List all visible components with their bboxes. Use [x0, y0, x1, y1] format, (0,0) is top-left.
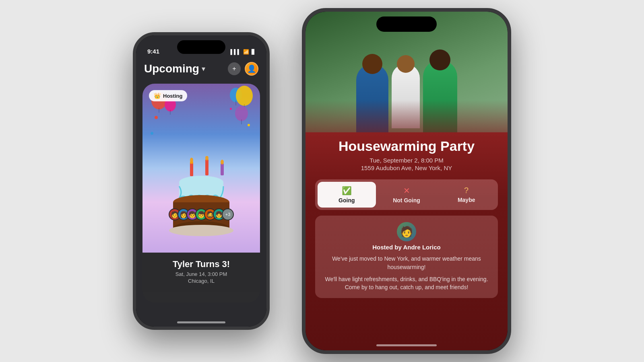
head-1 [362, 54, 382, 74]
status-time-1: 9:41 [147, 48, 159, 55]
svg-point-2 [190, 158, 193, 162]
maybe-icon: ? [464, 186, 469, 195]
phone1-header: Upcoming ▾ + 👤 [136, 57, 266, 80]
confetti-3 [151, 132, 153, 135]
head-2 [397, 55, 415, 73]
hw-event-title: Housewarming Party [315, 139, 498, 154]
event-datetime-1: Sat, June 14, 3:00 PM [149, 271, 254, 277]
host-avatar-emoji: 🧑 [400, 226, 413, 238]
going-icon: ✅ [342, 186, 352, 195]
event-title-1: Tyler Turns 3! [149, 259, 254, 269]
signal-icon: ▌▌▌ [230, 49, 241, 55]
not-going-icon: ✕ [403, 186, 410, 195]
not-going-label: Not Going [393, 197, 420, 204]
not-going-button[interactable]: ✕ Not Going [378, 182, 436, 208]
host-avatar: 🧑 [397, 222, 416, 241]
hw-event-address: 1559 Audubon Ave, New York, NY [315, 165, 498, 171]
rsvp-container: ✅ Going ✕ Not Going ? Maybe [315, 179, 498, 210]
dynamic-island-1 [177, 40, 225, 54]
birthday-cake [161, 156, 242, 245]
hosting-badge: 👑 Hosting [149, 90, 187, 101]
wifi-icon: 📶 [243, 49, 249, 55]
confetti-2 [248, 124, 250, 126]
phone-1-screen: 9:41 ▌▌▌ 📶 ▊ Upcoming ▾ + 👤 [136, 35, 266, 327]
home-bar-1 [177, 321, 225, 323]
profile-icon: 👤 [247, 64, 256, 73]
host-header: 🧑 Hosted by Andre Lorico [322, 222, 491, 251]
event-info-1: Tyler Turns 3! Sat, June 14, 3:00 PM Chi… [142, 253, 260, 292]
maybe-button[interactable]: ? Maybe [437, 182, 495, 208]
svg-point-18 [169, 225, 233, 236]
upcoming-title: Upcoming [144, 62, 199, 75]
add-event-button[interactable]: + [228, 62, 241, 75]
title-group[interactable]: Upcoming ▾ [144, 62, 205, 75]
plus-icon: + [232, 65, 236, 72]
host-description-1: We've just moved to New York, and warmer… [322, 255, 491, 271]
phone-2: Housewarming Party Tue, September 2, 8:0… [302, 8, 511, 354]
event-location-1: Chicago, IL [149, 278, 254, 284]
battery-icon: ▊ [252, 49, 255, 55]
confetti-1 [155, 116, 158, 119]
party-background [142, 84, 260, 253]
chevron-down-icon[interactable]: ▾ [202, 64, 205, 73]
status-icons-1: ▌▌▌ 📶 ▊ [230, 49, 255, 55]
confetti-4 [230, 108, 232, 110]
header-actions: + 👤 [228, 62, 258, 76]
party-image: 👑 Hosting 🧑 👩 🧒 👦 🧔 👧 +3 [142, 84, 260, 253]
svg-point-6 [221, 160, 224, 165]
hw-content: Housewarming Party Tue, September 2, 8:0… [305, 132, 508, 350]
balloon-gold [236, 86, 253, 106]
host-card: 🧑 Hosted by Andre Lorico We've just move… [315, 216, 498, 298]
event-card-1[interactable]: 👑 Hosting 🧑 👩 🧒 👦 🧔 👧 +3 Tyler Turns 3! [142, 84, 260, 302]
profile-avatar-button[interactable]: 👤 [245, 62, 258, 76]
crown-icon: 👑 [154, 93, 161, 99]
going-button[interactable]: ✅ Going [318, 182, 376, 208]
maybe-label: Maybe [458, 197, 475, 203]
home-bar-2 [376, 344, 437, 346]
hosting-label: Hosting [163, 93, 182, 99]
guest-avatars: 🧑 👩 🧒 👦 🧔 👧 +3 [169, 208, 234, 220]
head-3 [429, 49, 450, 70]
phone-1: 9:41 ▌▌▌ 📶 ▊ Upcoming ▾ + 👤 [133, 32, 270, 330]
svg-rect-0 [190, 162, 193, 176]
svg-rect-3 [205, 159, 208, 175]
host-name: Hosted by Andre Lorico [372, 244, 440, 251]
guest-avatar-more: +3 [222, 208, 234, 220]
dynamic-island-2 [376, 16, 437, 32]
host-description-2: We'll have light refreshments, drinks, a… [322, 275, 491, 292]
balloon-purple [235, 106, 248, 121]
phone-2-screen: Housewarming Party Tue, September 2, 8:0… [305, 12, 508, 350]
hw-event-datetime: Tue, September 2, 8:00 PM [315, 157, 498, 164]
going-label: Going [339, 197, 355, 204]
svg-rect-5 [221, 163, 224, 175]
